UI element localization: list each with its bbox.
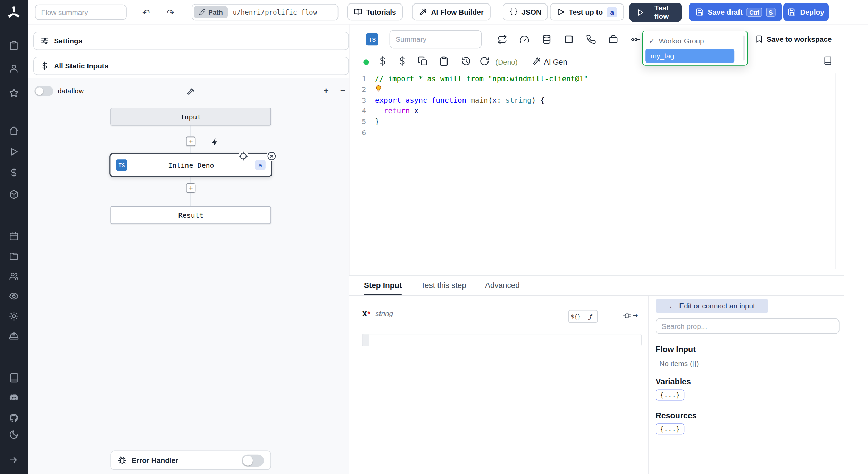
tab-advanced[interactable]: Advanced <box>485 276 520 295</box>
summary-input[interactable] <box>390 30 482 48</box>
lightbulb-icon[interactable] <box>375 85 382 92</box>
save-draft-label: Save draft <box>708 8 743 16</box>
add-step-button[interactable]: + <box>186 183 195 193</box>
add-step-button[interactable]: + <box>186 137 195 146</box>
edge-line <box>191 146 191 153</box>
cube-icon[interactable] <box>9 190 19 200</box>
copy-icon[interactable] <box>418 56 428 66</box>
json-button[interactable]: JSON <box>503 3 548 21</box>
fx-toggle-button[interactable]: ƒ <box>583 310 598 323</box>
flow-summary-input[interactable] <box>35 5 127 20</box>
wand-icon[interactable] <box>532 57 541 66</box>
test-up-to-button[interactable]: Test up to a <box>550 3 624 21</box>
node-result[interactable]: Result <box>110 206 271 224</box>
star-icon[interactable] <box>9 88 19 98</box>
tab-step-input[interactable]: Step Input <box>364 276 402 295</box>
step-editor-panel: TS ✓ Worker Group my_tag Save to workspa… <box>349 24 844 275</box>
test-flow-button[interactable]: Test flow <box>629 3 682 22</box>
arg-name: x <box>362 309 367 318</box>
plug-icon <box>623 311 631 320</box>
database-icon[interactable] <box>542 34 552 44</box>
graph-wand-button[interactable] <box>182 84 199 99</box>
deploy-label: Deploy <box>800 8 824 16</box>
edit-or-connect-button[interactable]: ← Edit or connect an input <box>656 299 768 313</box>
eye-icon[interactable] <box>9 291 19 301</box>
kbd-ctrl: Ctrl <box>746 8 762 17</box>
ai-flow-builder-button[interactable]: AI Flow Builder <box>412 3 490 21</box>
code-line[interactable]: 3export async function main(x: string) { <box>349 95 844 106</box>
zoom-out-button[interactable]: − <box>337 85 349 97</box>
code-line[interactable]: 5} <box>349 116 844 127</box>
remove-step-button[interactable] <box>267 151 277 161</box>
code-line[interactable]: 6 <box>349 127 844 138</box>
search-prop-input[interactable] <box>656 318 840 334</box>
clipboard-icon[interactable] <box>439 56 449 66</box>
play-icon <box>557 8 565 16</box>
moon-icon[interactable] <box>9 430 19 440</box>
code-line[interactable]: 2 <box>349 84 844 95</box>
ai-gen-label[interactable]: AI Gen <box>544 58 567 66</box>
path-input[interactable] <box>229 8 338 16</box>
user-icon[interactable] <box>9 63 19 73</box>
language-label: (Deno) <box>495 58 518 66</box>
folder-icon[interactable] <box>9 251 19 261</box>
arg-input-wrap <box>362 334 642 346</box>
history-icon[interactable] <box>461 56 471 66</box>
dollar-icon[interactable] <box>397 56 407 66</box>
book-icon[interactable] <box>823 56 832 65</box>
save-icon <box>788 8 796 16</box>
dropdown-item-my-tag[interactable]: my_tag <box>645 49 734 63</box>
square-icon[interactable] <box>564 34 574 44</box>
save-to-workspace-button[interactable]: Save to workspace <box>755 35 832 43</box>
move-target-icon[interactable] <box>238 151 248 161</box>
bolt-icon[interactable] <box>210 137 220 147</box>
repeat-icon[interactable] <box>497 34 507 44</box>
code-line[interactable]: 4 return x <box>349 106 844 116</box>
node-input[interactable]: Input <box>110 108 271 125</box>
dollar-icon[interactable] <box>378 56 388 66</box>
zoom-in-button[interactable]: + <box>320 85 332 97</box>
undo-button[interactable]: ↶ <box>138 5 154 20</box>
step-tabs: Step InputTest this stepAdvanced <box>349 276 844 296</box>
github-icon[interactable] <box>9 413 19 423</box>
edge-line <box>191 193 191 206</box>
tutorials-button[interactable]: Tutorials <box>347 3 403 21</box>
book-icon[interactable] <box>9 373 19 383</box>
connect-plug-button[interactable]: → <box>620 308 641 323</box>
dataflow-toggle[interactable] <box>34 86 53 96</box>
clipboard-icon[interactable] <box>9 41 19 51</box>
expr-toggle-button[interactable]: ${} <box>568 310 583 323</box>
briefcase-icon[interactable] <box>608 34 618 44</box>
cable-icon[interactable] <box>631 34 641 44</box>
dropdown-scrollbar[interactable] <box>743 35 745 60</box>
resources-object-chip[interactable]: {...} <box>656 423 684 434</box>
home-icon[interactable] <box>9 126 19 136</box>
windmill-logo[interactable] <box>6 5 21 20</box>
path-pill-button[interactable]: Path <box>194 6 228 18</box>
gear-icon[interactable] <box>9 311 19 321</box>
editor-scrollbar[interactable] <box>835 73 836 269</box>
dollar-icon[interactable] <box>9 168 19 178</box>
redo-button[interactable]: ↷ <box>163 5 178 20</box>
settings-row[interactable]: Settings <box>33 32 349 50</box>
gauge-icon[interactable] <box>519 34 529 44</box>
users-icon[interactable] <box>9 271 19 281</box>
play-icon[interactable] <box>9 147 19 157</box>
code-editor[interactable]: 1// import * as wmill from "npm:windmill… <box>349 73 844 275</box>
dropdown-item-worker-group[interactable]: ✓ Worker Group <box>645 34 744 47</box>
calendar-icon[interactable] <box>9 231 19 241</box>
expand-icon[interactable] <box>9 455 19 465</box>
phone-icon[interactable] <box>586 34 596 44</box>
hard-hat-icon[interactable] <box>9 331 19 341</box>
tab-test-this-step[interactable]: Test this step <box>421 276 466 295</box>
refresh-icon[interactable] <box>479 56 490 66</box>
all-static-inputs-row[interactable]: All Static Inputs <box>33 57 349 75</box>
error-handler-row[interactable]: Error Handler <box>110 451 271 470</box>
arg-value-input[interactable] <box>369 334 641 346</box>
code-line[interactable]: 1// import * as wmill from "npm:windmill… <box>349 73 844 84</box>
save-draft-button[interactable]: Save draft Ctrl S <box>689 3 782 21</box>
discord-icon[interactable] <box>9 393 19 403</box>
variables-object-chip[interactable]: {...} <box>656 390 684 401</box>
deploy-button[interactable]: Deploy <box>783 3 829 21</box>
error-handler-toggle[interactable] <box>242 454 264 466</box>
